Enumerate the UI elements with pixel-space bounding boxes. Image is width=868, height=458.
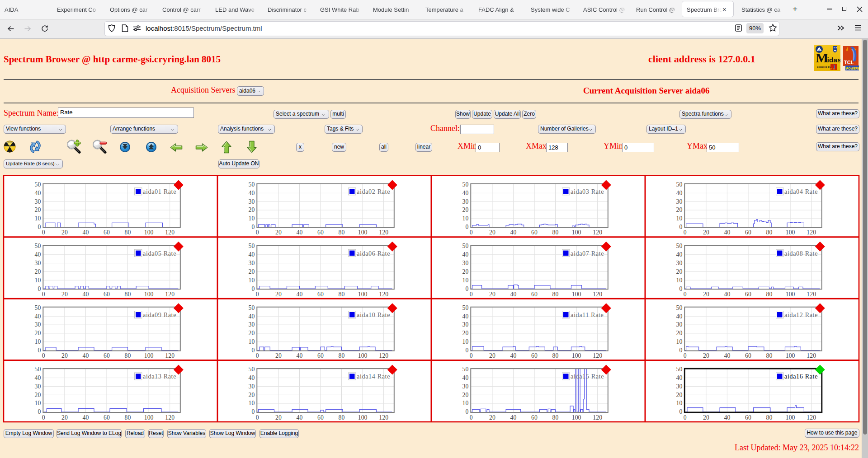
svg-text:0: 0	[38, 408, 41, 415]
svg-text:100: 100	[358, 414, 368, 421]
svg-text:40: 40	[297, 414, 303, 421]
svg-text:10: 10	[35, 338, 41, 345]
svg-text:50: 50	[249, 243, 255, 249]
svg-text:80: 80	[766, 229, 773, 236]
svg-text:0: 0	[256, 414, 259, 421]
svg-text:0: 0	[679, 224, 682, 230]
svg-text:0: 0	[256, 352, 259, 359]
svg-text:80: 80	[552, 229, 559, 236]
svg-text:100: 100	[786, 229, 795, 236]
svg-text:30: 30	[35, 321, 41, 328]
svg-text:100: 100	[786, 352, 795, 359]
svg-text:aida05 Rate: aida05 Rate	[143, 250, 176, 257]
svg-text:120: 120	[593, 291, 602, 298]
svg-text:0: 0	[684, 414, 687, 421]
svg-text:0: 0	[256, 229, 259, 236]
svg-text:50: 50	[462, 366, 469, 373]
svg-text:80: 80	[552, 291, 559, 298]
svg-text:aida16 Rate: aida16 Rate	[784, 373, 818, 380]
svg-text:30: 30	[249, 198, 255, 205]
svg-text:60: 60	[104, 229, 110, 236]
svg-text:20: 20	[462, 268, 469, 275]
svg-text:0: 0	[470, 414, 473, 421]
svg-text:120: 120	[593, 352, 602, 359]
svg-text:40: 40	[249, 313, 255, 320]
svg-text:30: 30	[35, 383, 41, 390]
svg-text:0: 0	[684, 229, 687, 236]
svg-text:20: 20	[61, 352, 68, 359]
svg-text:60: 60	[745, 414, 751, 421]
svg-text:10: 10	[462, 400, 469, 407]
svg-text:20: 20	[676, 392, 683, 398]
svg-text:powered by: powered by	[817, 65, 831, 68]
svg-text:60: 60	[104, 414, 110, 421]
svg-text:50: 50	[249, 181, 255, 188]
svg-text:60: 60	[104, 291, 110, 298]
svg-text:120: 120	[807, 229, 816, 236]
svg-text:0: 0	[251, 347, 255, 354]
svg-text:50: 50	[462, 243, 469, 249]
svg-text:aida01 Rate: aida01 Rate	[143, 188, 176, 195]
svg-text:20: 20	[61, 291, 68, 298]
svg-text:30: 30	[35, 198, 41, 205]
svg-text:80: 80	[766, 291, 773, 298]
svg-text:60: 60	[745, 291, 751, 298]
svg-text:TCL: TCL	[844, 60, 854, 65]
svg-text:20: 20	[275, 291, 282, 298]
svg-text:40: 40	[35, 374, 41, 381]
svg-text:40: 40	[462, 251, 469, 258]
svg-text:80: 80	[339, 414, 345, 421]
svg-text:60: 60	[531, 229, 538, 236]
svg-text:60: 60	[317, 352, 324, 359]
svg-text:20: 20	[275, 229, 282, 236]
svg-text:20: 20	[489, 414, 495, 421]
svg-text:0: 0	[256, 291, 259, 298]
svg-text:20: 20	[249, 206, 255, 213]
svg-text:0: 0	[38, 224, 41, 230]
svg-text:10: 10	[35, 277, 41, 284]
svg-text:30: 30	[462, 321, 469, 328]
svg-text:80: 80	[552, 352, 559, 359]
svg-text:50: 50	[249, 366, 255, 373]
svg-text:10: 10	[35, 215, 41, 222]
svg-text:120: 120	[379, 229, 388, 236]
svg-text:20: 20	[61, 414, 68, 421]
svg-text:100: 100	[144, 414, 154, 421]
svg-text:10: 10	[249, 338, 255, 345]
svg-text:aida11 Rate: aida11 Rate	[571, 311, 604, 318]
svg-text:40: 40	[510, 414, 517, 421]
svg-text:40: 40	[83, 352, 89, 359]
svg-text:T C L: T C L	[831, 68, 835, 70]
svg-text:50: 50	[35, 243, 41, 249]
svg-text:120: 120	[807, 414, 816, 421]
svg-text:40: 40	[297, 291, 303, 298]
svg-text:30: 30	[676, 260, 683, 266]
svg-text:30: 30	[676, 198, 683, 205]
svg-text:100: 100	[144, 352, 154, 359]
svg-text:20: 20	[249, 268, 255, 275]
svg-text:20: 20	[676, 206, 683, 213]
svg-text:10: 10	[676, 277, 683, 284]
svg-text:120: 120	[593, 229, 602, 236]
svg-text:120: 120	[165, 352, 175, 359]
svg-text:20: 20	[703, 352, 709, 359]
svg-text:60: 60	[531, 414, 538, 421]
svg-text:POWERED: POWERED	[846, 67, 859, 70]
svg-text:aida12 Rate: aida12 Rate	[784, 311, 818, 318]
svg-text:40: 40	[676, 313, 683, 320]
svg-text:40: 40	[510, 229, 517, 236]
svg-text:50: 50	[35, 366, 41, 373]
svg-text:0: 0	[465, 408, 468, 415]
svg-text:aida09 Rate: aida09 Rate	[143, 311, 176, 318]
svg-text:60: 60	[531, 291, 538, 298]
svg-text:0: 0	[465, 347, 468, 354]
svg-text:20: 20	[61, 229, 68, 236]
svg-text:50: 50	[676, 304, 683, 311]
svg-text:aida07 Rate: aida07 Rate	[571, 250, 604, 257]
svg-text:aida04 Rate: aida04 Rate	[784, 188, 818, 195]
svg-text:40: 40	[35, 313, 41, 320]
svg-text:50: 50	[676, 181, 683, 188]
svg-text:aida10 Rate: aida10 Rate	[357, 311, 390, 318]
svg-text:0: 0	[470, 352, 473, 359]
svg-text:20: 20	[35, 330, 41, 336]
